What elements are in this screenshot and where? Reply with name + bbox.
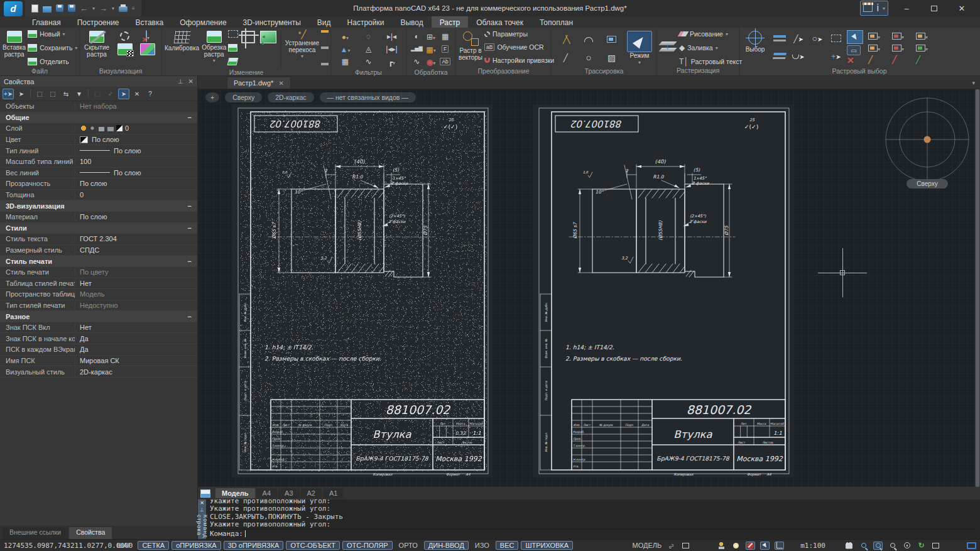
selection-cycling-icon[interactable] <box>760 542 770 550</box>
drawing-sheet[interactable]: 881007.02 25 ✓(✓) (40) (5) 1×45° 2 фаски… <box>232 104 493 477</box>
ab-text-icon[interactable]: Ab <box>440 58 450 65</box>
property-row[interactable]: Стиль текста ГОСТ 2.304 <box>0 234 197 245</box>
drawing-sheet[interactable]: 881007.02 25 ✓(✓) (40) (5) 1×45° 2 фаски… <box>533 104 793 477</box>
quick-filter-icon[interactable]: ▼ <box>74 89 85 99</box>
property-value[interactable]: СПДС <box>75 246 197 254</box>
minimize-button[interactable]: – <box>897 4 916 13</box>
viewport-plus-button[interactable]: + <box>205 92 219 102</box>
locator-center-dot[interactable] <box>924 136 931 143</box>
frame-f-icon[interactable]: F <box>442 45 449 53</box>
property-value[interactable]: По слою <box>75 213 197 221</box>
property-value[interactable]: Недоступно <box>75 302 197 309</box>
remove-frame-icon[interactable] <box>146 30 147 42</box>
status-toggle[interactable]: СЕТКА <box>138 541 169 550</box>
property-row[interactable]: Разное <box>0 311 197 322</box>
layout-tab[interactable]: Модель <box>215 488 255 498</box>
select-line-icon[interactable]: ╱➤ <box>793 33 803 44</box>
status-toggle[interactable]: 3D оПРИВЯЗКА <box>224 541 284 550</box>
pan-hand-icon[interactable] <box>844 542 854 550</box>
cursor-icon[interactable]: ➤ <box>16 89 27 99</box>
raster-color-icon[interactable] <box>140 43 155 55</box>
undo-icon[interactable]: ← <box>80 4 88 13</box>
pin-icon[interactable]: ⊥ <box>178 78 183 85</box>
select-arc-icon[interactable]: ➤ <box>792 50 804 62</box>
clear-selection-icon[interactable]: ✕ <box>847 57 863 64</box>
viewport-scale[interactable]: m1:100 <box>800 542 825 550</box>
property-value[interactable]: 100 <box>75 158 197 165</box>
detach-raster-button[interactable]: Отделить <box>28 58 77 65</box>
panel-tab[interactable]: Свойства <box>69 527 112 539</box>
zoom-icon[interactable] <box>859 542 868 550</box>
annotation-scale-icon[interactable] <box>717 542 726 550</box>
property-value[interactable]: Да <box>75 346 197 353</box>
vertical-scrollbar[interactable] <box>975 89 980 487</box>
raster-new-icon[interactable]: ▾ <box>916 42 928 53</box>
panel-tab[interactable]: Внешние ссылки <box>3 527 68 539</box>
raster-pick-button[interactable]: Выбор <box>741 30 769 67</box>
raster-copy-icon[interactable]: ▾ <box>868 30 880 41</box>
property-row[interactable]: Цвет По слою <box>0 134 197 146</box>
property-row[interactable]: Общие <box>0 112 197 124</box>
histogram-icon[interactable]: ▂▅▇ <box>411 45 422 53</box>
deselect-icon[interactable]: ✕ <box>131 89 143 99</box>
spread-filter-icon[interactable]: |◂▸| <box>386 45 397 53</box>
menu-tab[interactable]: Построение <box>69 16 128 28</box>
view-direction-button[interactable]: Сверху <box>225 92 262 102</box>
status-toggle[interactable]: ШТРИХОВКА <box>521 541 573 550</box>
property-row[interactable]: Объекты Нет набора <box>0 101 197 112</box>
raster-draw-button[interactable]: Рисование▾ <box>679 30 742 38</box>
palette-icon[interactable]: ◉▾ <box>427 56 436 67</box>
new-file-icon[interactable] <box>31 4 38 13</box>
apply-selection-icon[interactable]: ✓ <box>105 89 116 99</box>
insert-raster-button[interactable]: Вставка растра <box>2 30 26 67</box>
conversion-params-button[interactable]: Параметры <box>484 30 554 38</box>
model-space-label[interactable]: МОДЕЛЬ <box>633 542 662 549</box>
tab-list-chevron-icon[interactable]: ▾ <box>967 80 980 89</box>
property-value[interactable]: По слою <box>75 147 197 155</box>
command-window-strip[interactable]: ✕ ⊥ Командная строка <box>198 499 206 539</box>
color-grid-icon[interactable]: ▦▾ <box>426 43 435 55</box>
property-value[interactable]: Модель <box>75 290 197 298</box>
property-value[interactable]: Мировая СК <box>75 357 197 364</box>
raster-transparency-icon[interactable] <box>117 43 133 55</box>
menu-tab[interactable]: Вывод <box>392 16 431 28</box>
status-toggle[interactable]: ОРТО <box>395 541 422 550</box>
layout-tab[interactable]: А1 <box>323 488 344 498</box>
property-row[interactable]: Таблица стилей печати Нет <box>0 278 197 290</box>
status-toggle[interactable]: ОТС-ПОЛЯР <box>342 541 393 550</box>
property-row[interactable]: Тип стилей печати Недоступно <box>0 300 197 312</box>
close-button[interactable]: ✕ <box>952 4 971 13</box>
raster-skew-icon[interactable] <box>227 58 239 65</box>
raster-text-button[interactable]: T│Растровый текст <box>679 58 742 65</box>
select-append-icon[interactable]: +➤ <box>3 89 14 99</box>
menu-tab[interactable]: Вид <box>309 16 339 28</box>
command-prompt[interactable]: Команда: <box>210 529 976 538</box>
property-value[interactable]: 2D-каркас <box>75 368 197 376</box>
regen-icon[interactable]: ↻ <box>917 542 926 550</box>
view-locator[interactable] <box>880 92 974 187</box>
property-row[interactable]: Знак ПСК Вкл Нет <box>0 322 197 334</box>
select-window-icon[interactable] <box>831 35 841 42</box>
select-segment-skew-icon[interactable] <box>773 53 787 59</box>
menu-tab[interactable]: Главная <box>24 16 69 28</box>
ocr-training-button[interactable]: aBОбучение OCR <box>484 43 554 51</box>
property-value[interactable]: Нет <box>75 280 197 287</box>
pen-orange-icon[interactable]: ╱ <box>868 56 873 63</box>
raster-part-icon[interactable] <box>228 44 237 52</box>
raster-export-icon[interactable]: ▾ <box>916 30 928 41</box>
help-icon[interactable]: ? <box>144 89 156 99</box>
swap-selection-icon[interactable]: ⇆ <box>60 89 72 99</box>
curves-icon[interactable]: ∿ <box>413 58 420 65</box>
chevron-down-icon[interactable]: ▾ <box>883 6 885 11</box>
property-row[interactable]: Толщина 0 <box>0 190 197 201</box>
contour-filter-icon[interactable]: ◬ <box>366 45 371 53</box>
trace-mode-button[interactable]: Режим▾ <box>625 30 654 67</box>
close-panel-icon[interactable]: ✕ <box>188 78 193 85</box>
crop-tool-button[interactable] <box>239 30 257 67</box>
pen-green-icon[interactable]: ╱ <box>916 56 920 63</box>
rasterize-icon[interactable] <box>659 40 678 56</box>
viewport-config-icon[interactable] <box>931 542 940 550</box>
match-properties-icon[interactable]: ⬚ <box>92 89 103 99</box>
menu-tab[interactable]: Топоплан <box>531 16 581 28</box>
linked-views-button[interactable]: — нет связанных видов — <box>320 92 416 102</box>
